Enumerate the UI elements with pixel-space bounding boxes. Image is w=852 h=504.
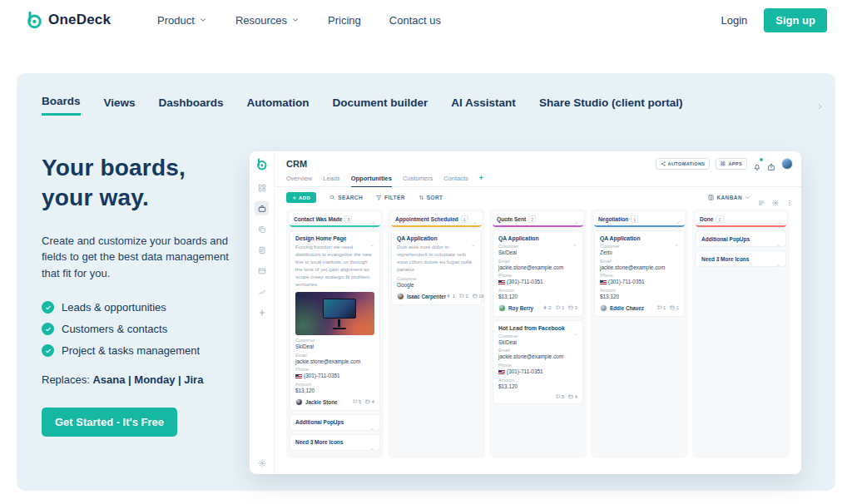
automations-button[interactable]: AUTOMATIONS bbox=[656, 158, 711, 170]
tab-share-studio-client-portal[interactable]: Share Studio (client portal) bbox=[539, 96, 683, 115]
sidebar-item-chart[interactable] bbox=[255, 284, 269, 299]
sidebar-item-grid[interactable] bbox=[255, 180, 269, 195]
field-value: SkiDeal bbox=[498, 339, 577, 346]
sidebar-item-doc[interactable] bbox=[255, 243, 269, 257]
comment-icon bbox=[657, 305, 662, 310]
column-count: 2 bbox=[716, 215, 723, 223]
assignee-avatar[interactable] bbox=[600, 304, 607, 312]
hero-section: BoardsViewsDashboardsAutomationDocument … bbox=[17, 73, 835, 491]
tab-document-builder[interactable]: Document builder bbox=[333, 96, 428, 115]
card-need-3-more-icons[interactable]: Need 3 More Icons bbox=[290, 434, 380, 451]
column-name: Contact Was Made bbox=[294, 216, 342, 222]
tab-boards[interactable]: Boards bbox=[42, 95, 81, 116]
brand[interactable]: OneDeck bbox=[25, 11, 111, 29]
column-collapse-button[interactable] bbox=[776, 216, 782, 222]
field-label: Amount bbox=[498, 288, 577, 293]
app-tab-contacts[interactable]: Contacts bbox=[443, 175, 468, 186]
sidebar-item-settings[interactable] bbox=[250, 459, 275, 467]
assignee-avatar[interactable] bbox=[295, 398, 303, 406]
apps-icon bbox=[721, 161, 726, 166]
card-field-amount: Amount$13,120 bbox=[498, 288, 577, 300]
chevron-up-icon[interactable] bbox=[369, 420, 374, 425]
app-tab-overview[interactable]: Overview bbox=[286, 175, 312, 186]
column-collapse-button[interactable] bbox=[370, 216, 376, 222]
card-design-home-page[interactable]: Design Home PageForcing function we need… bbox=[290, 230, 380, 411]
chevron-down-icon[interactable] bbox=[674, 236, 679, 241]
plus-icon bbox=[292, 195, 297, 200]
nav-link-label: Contact us bbox=[389, 14, 441, 27]
onedeck-logo-icon bbox=[25, 11, 43, 29]
login-link[interactable]: Login bbox=[721, 14, 748, 27]
signup-button[interactable]: Sign up bbox=[764, 8, 827, 32]
sidebar-item-card[interactable] bbox=[255, 264, 269, 278]
column-count: 1 bbox=[461, 215, 468, 223]
tab-automation[interactable]: Automation bbox=[247, 96, 310, 115]
board-settings-button[interactable] bbox=[772, 195, 779, 201]
user-avatar[interactable] bbox=[781, 158, 793, 170]
board-toolbar: ADD SEARCH FILTER SORT KANBAN bbox=[275, 187, 801, 207]
sidebar-item-copy[interactable] bbox=[255, 222, 269, 236]
card-additional-popups[interactable]: Additional PopUps bbox=[696, 230, 786, 247]
nav-link-resources[interactable]: Resources bbox=[235, 14, 300, 27]
app-tab-customers[interactable]: Customers bbox=[403, 175, 433, 186]
get-started-button[interactable]: Get Started - It's Free bbox=[42, 408, 177, 437]
nav-link-contact-us[interactable]: Contact us bbox=[389, 14, 441, 27]
nav-link-pricing[interactable]: Pricing bbox=[328, 14, 361, 27]
tab-dashboards[interactable]: Dashboards bbox=[159, 96, 224, 115]
sort-button[interactable]: SORT bbox=[419, 195, 443, 200]
column-collapse-button[interactable] bbox=[573, 216, 579, 222]
card-qa-application[interactable]: QA ApplicationCustomerSkiDealEmailjackie… bbox=[493, 230, 583, 317]
column-name: Quote Sent bbox=[497, 216, 526, 222]
chevron-up-icon[interactable] bbox=[775, 236, 780, 241]
view-selector[interactable]: KANBAN bbox=[708, 195, 750, 200]
screen-icon bbox=[568, 305, 573, 310]
nav-link-product[interactable]: Product bbox=[157, 14, 207, 27]
card-field-customer: CustomerSkiDeal bbox=[498, 244, 577, 256]
column-collapse-button[interactable] bbox=[675, 216, 681, 222]
chevron-up-icon[interactable] bbox=[775, 256, 780, 261]
more-options-button[interactable] bbox=[786, 195, 793, 201]
replaces-brands: Asana | Monday | Jira bbox=[92, 373, 203, 386]
assignee-avatar[interactable] bbox=[498, 304, 506, 312]
tab-views[interactable]: Views bbox=[104, 96, 136, 115]
sidebar-item-briefcase[interactable] bbox=[255, 201, 269, 215]
assignee-avatar[interactable] bbox=[397, 293, 404, 300]
add-button[interactable]: ADD bbox=[286, 192, 316, 203]
app-tab-opportunities[interactable]: Opportunities bbox=[351, 175, 392, 187]
plus-icon bbox=[258, 309, 266, 317]
card-title: QA Application bbox=[600, 235, 641, 241]
app-tab-leads[interactable]: Leads bbox=[323, 175, 339, 186]
search-button[interactable]: SEARCH bbox=[329, 195, 363, 200]
apps-button[interactable]: APPS bbox=[716, 158, 747, 170]
field-label: Email bbox=[498, 259, 577, 264]
sidebar-item-plus[interactable] bbox=[255, 305, 269, 319]
tabs-next-arrow[interactable]: › bbox=[818, 98, 822, 112]
field-label: Customer bbox=[397, 276, 476, 281]
chevron-down-icon[interactable] bbox=[572, 325, 577, 330]
export-button[interactable] bbox=[767, 160, 775, 168]
chevron-up-icon[interactable] bbox=[369, 440, 374, 445]
app-tab-add[interactable]: + bbox=[479, 174, 483, 186]
chevron-down-icon[interactable] bbox=[471, 236, 476, 241]
card-additional-popups[interactable]: Additional PopUps bbox=[290, 414, 380, 431]
field-label: Amount bbox=[295, 382, 374, 387]
filter-button[interactable]: FILTER bbox=[376, 195, 405, 200]
row-height-button[interactable] bbox=[758, 195, 765, 201]
column-count: 1 bbox=[631, 215, 638, 223]
tab-ai-assistant[interactable]: AI Assistant bbox=[451, 96, 516, 115]
notifications-button[interactable] bbox=[753, 160, 761, 168]
card-qa-application[interactable]: QA ApplicationCustomerZertoEmailjackie.s… bbox=[594, 230, 685, 317]
card-stats: 54 bbox=[353, 399, 374, 404]
card-hot-lead-from-facebook[interactable]: Hot Lead from FacebookCustomerSkiDealEma… bbox=[493, 320, 583, 404]
stat-value: 3 bbox=[575, 305, 577, 310]
card-qa-application[interactable]: QA ApplicationDuis aute irure dolor in r… bbox=[391, 230, 482, 305]
column-collapse-button[interactable] bbox=[472, 216, 478, 222]
stat-paperclip: 1 bbox=[446, 294, 455, 299]
chevron-down-icon bbox=[291, 16, 300, 24]
chevron-down-icon[interactable] bbox=[572, 236, 577, 241]
field-label: Customer bbox=[295, 338, 374, 343]
card-footer: Roy Berry213 bbox=[498, 304, 577, 312]
card-stats: 54 bbox=[556, 394, 577, 399]
chevron-down-icon[interactable] bbox=[369, 236, 374, 241]
card-need-3-more-icons[interactable]: Need 3 More Icons bbox=[696, 250, 786, 267]
